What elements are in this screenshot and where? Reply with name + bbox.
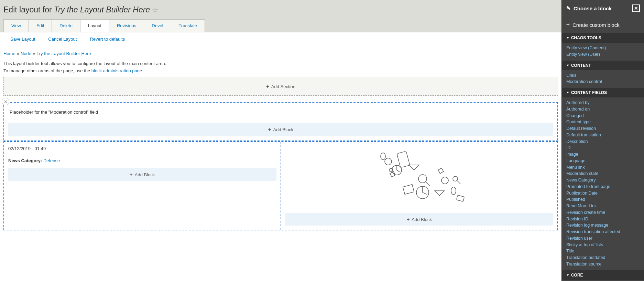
category-core[interactable]: ▼CORE [562, 270, 644, 280]
primary-tabs: ViewEditDeleteLayoutRevisionsDevelTransl… [3, 19, 558, 32]
plus-icon: + [268, 126, 271, 132]
content-region: Save LayoutCancel LayoutRevert to defaul… [0, 32, 561, 230]
block-item[interactable]: Revision user [566, 235, 640, 242]
page-title-name: Try the Layout Builder Here [54, 5, 150, 14]
block-item[interactable]: Title [566, 248, 640, 254]
block-item[interactable]: Image [566, 151, 640, 158]
pencil-icon: ✎ [566, 5, 571, 11]
svg-line-10 [457, 180, 460, 184]
add-block-button[interactable]: +Add Block [8, 168, 276, 181]
create-custom-block[interactable]: + Create custom block [562, 17, 644, 33]
breadcrumb-item[interactable]: Home [3, 51, 15, 56]
news-category-field: News Category: Defense [8, 158, 276, 163]
moderation-placeholder: Placeholder for the "Moderation control"… [8, 107, 553, 120]
block-item[interactable]: Language [566, 158, 640, 164]
block-item[interactable]: Links [566, 72, 640, 79]
block-item[interactable]: Revision log message [566, 222, 640, 229]
caret-down-icon: ▼ [566, 273, 569, 277]
block-item[interactable]: Revision ID [566, 216, 640, 222]
intro-line2: To manage other areas of the page, use t… [3, 68, 558, 73]
block-item[interactable]: Description [566, 138, 640, 145]
breadcrumb: Home»Node»Try the Layout Builder Here [3, 46, 558, 59]
caret-down-icon: ▼ [566, 91, 569, 94]
block-item[interactable]: Authored on [566, 106, 640, 113]
block-item[interactable]: Promoted to front page [566, 184, 640, 190]
page-title-prefix: Edit layout for [3, 5, 52, 14]
block-item[interactable]: Moderation state [566, 170, 640, 177]
block-item[interactable]: Read More Link [566, 203, 640, 209]
tab-view[interactable]: View [3, 19, 29, 32]
secondary-tabs: Save LayoutCancel LayoutRevert to defaul… [3, 32, 558, 46]
caret-down-icon: ▼ [566, 36, 569, 40]
category-content[interactable]: ▼CONTENT [562, 61, 644, 70]
date-field: 02/12/2019 - 01:49 [8, 146, 276, 151]
svg-rect-16 [457, 195, 465, 202]
layout-region: Placeholder for the "Moderation control"… [4, 103, 557, 140]
block-item[interactable]: Default revision [566, 125, 640, 132]
sidebar-title: ✎ Choose a block [566, 5, 612, 11]
block-item[interactable]: Translation outdated [566, 254, 640, 261]
layout-region-right: +Add Block [281, 142, 558, 230]
plus-icon: + [407, 216, 410, 222]
block-item[interactable]: Default translation [566, 132, 640, 138]
block-item[interactable]: Revision create time [566, 209, 640, 216]
block-item[interactable]: Entity view (Content) [566, 45, 640, 51]
add-section-button[interactable]: +Add Section [3, 77, 558, 96]
sidebar-header: ✎ Choose a block ✕ [562, 0, 644, 17]
breadcrumb-item[interactable]: Node [21, 51, 31, 56]
block-item[interactable]: News Category [566, 177, 640, 184]
block-item[interactable]: Menu link [566, 164, 640, 171]
block-item[interactable]: Revision translation affected [566, 229, 640, 235]
intro-line1: This layout builder tool allows you to c… [3, 61, 558, 66]
header-region: Edit layout for Try the Layout Builder H… [0, 0, 561, 32]
add-block-button[interactable]: +Add Block [8, 123, 553, 136]
tab-translate[interactable]: Translate [171, 19, 205, 32]
svg-point-9 [453, 176, 458, 181]
block-item[interactable]: Sticky at top of lists [566, 242, 640, 248]
block-item[interactable]: Translation source [566, 261, 640, 268]
block-item[interactable]: Publication Date [566, 190, 640, 197]
block-item[interactable]: Moderation control [566, 79, 640, 85]
intro-text: This layout builder tool allows you to c… [3, 61, 558, 73]
tab-delete[interactable]: Delete [52, 19, 80, 32]
svg-point-0 [385, 158, 392, 165]
block-item[interactable]: Changed [566, 113, 640, 119]
news-category-value[interactable]: Defense [43, 158, 60, 163]
block-item[interactable]: ID [566, 145, 640, 151]
block-item[interactable]: Content type [566, 119, 640, 125]
svg-line-5 [397, 170, 400, 172]
star-icon[interactable]: ☆ [152, 6, 158, 14]
block-item[interactable]: Authored by [566, 100, 640, 106]
svg-point-1 [381, 153, 385, 160]
block-item[interactable]: Published [566, 196, 640, 203]
category-content-fields[interactable]: ▼CONTENT FIELDS [562, 88, 644, 97]
caret-down-icon: ▼ [566, 64, 569, 67]
action-cancel-layout[interactable]: Cancel Layout [48, 37, 77, 42]
news-category-label: News Category: [8, 158, 42, 163]
action-revert-to-defaults[interactable]: Revert to defaults [90, 37, 125, 42]
page-title: Edit layout for Try the Layout Builder H… [3, 5, 558, 14]
main-content: Edit layout for Try the Layout Builder H… [0, 0, 561, 281]
svg-line-7 [426, 182, 430, 186]
svg-rect-11 [403, 185, 414, 194]
layout-section-2: 02/12/2019 - 01:49 News Category: Defens… [3, 141, 558, 230]
block-admin-link[interactable]: block administration page [91, 68, 142, 73]
layout-region-left: 02/12/2019 - 01:49 News Category: Defens… [4, 142, 281, 230]
tab-edit[interactable]: Edit [29, 19, 52, 32]
svg-point-8 [441, 177, 448, 184]
remove-section-button[interactable]: ✕ [2, 98, 9, 105]
plus-icon: + [130, 171, 133, 177]
tab-revisions[interactable]: Revisions [109, 19, 144, 32]
svg-rect-2 [397, 151, 410, 168]
tab-devel[interactable]: Devel [144, 19, 171, 32]
category-chaos-tools[interactable]: ▼CHAOS TOOLS [562, 33, 644, 43]
breadcrumb-item[interactable]: Try the Layout Builder Here [36, 51, 91, 56]
tab-layout[interactable]: Layout [80, 19, 109, 32]
add-block-button[interactable]: +Add Block [285, 213, 554, 226]
image-field [371, 146, 467, 205]
close-sidebar-button[interactable]: ✕ [632, 4, 640, 12]
plus-icon: + [266, 83, 269, 89]
block-item[interactable]: Entity view (User) [566, 51, 640, 58]
block-sidebar: ✎ Choose a block ✕ + Create custom block… [561, 0, 644, 281]
action-save-layout[interactable]: Save Layout [10, 37, 35, 42]
